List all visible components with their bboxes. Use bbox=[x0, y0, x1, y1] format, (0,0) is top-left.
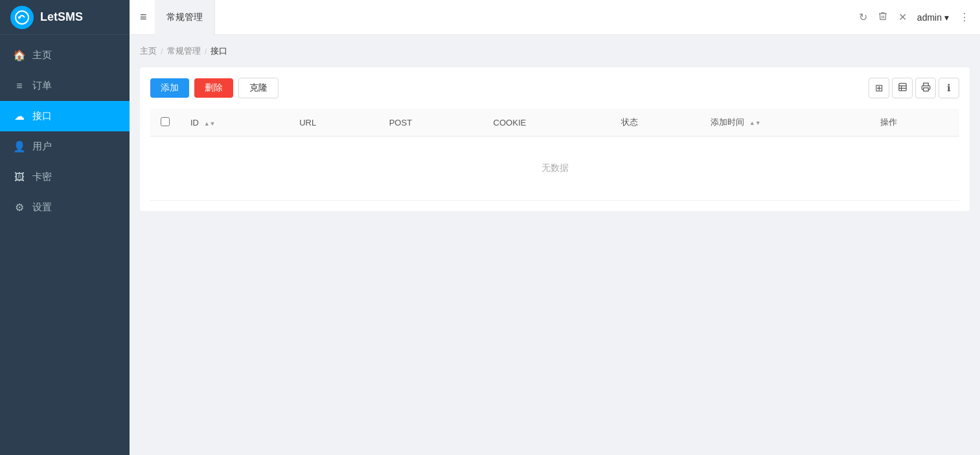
sidebar-item-label-home: 主页 bbox=[32, 49, 52, 61]
th-checkbox bbox=[150, 109, 180, 137]
sidebar-item-label-settings: 设置 bbox=[32, 201, 52, 214]
svg-rect-6 bbox=[923, 88, 928, 91]
sidebar-nav: 🏠 主页 ≡ 订单 ☁ 接口 👤 用户 🖼 卡密 ⚙ 设置 bbox=[0, 35, 130, 455]
logo-area: LetSMS bbox=[0, 0, 130, 35]
add-button[interactable]: 添加 bbox=[150, 78, 189, 98]
main-area: ≡ 常规管理 ↻ ✕ admin ▾ ⋮ 主页 bbox=[130, 0, 980, 455]
cardkey-icon: 🖼 bbox=[13, 172, 26, 183]
settings-icon: ⚙ bbox=[13, 201, 26, 214]
breadcrumb-sep-1: / bbox=[161, 47, 163, 56]
logo-icon bbox=[10, 6, 34, 29]
close-button[interactable]: ✕ bbox=[898, 11, 907, 23]
sidebar-item-users[interactable]: 👤 用户 bbox=[0, 131, 130, 162]
breadcrumb-regular-manage[interactable]: 常规管理 bbox=[167, 45, 201, 57]
info-icon: ℹ bbox=[947, 82, 951, 94]
admin-dropdown-icon: ▾ bbox=[944, 12, 949, 23]
addtime-sort-icon[interactable]: ▲▼ bbox=[749, 120, 761, 126]
breadcrumb-sep-2: / bbox=[205, 47, 207, 56]
topbar-tab-label: 常规管理 bbox=[166, 12, 203, 23]
toolbar-right-icons: ⊞ bbox=[869, 78, 959, 98]
sidebar-item-label-orders: 订单 bbox=[32, 80, 52, 92]
refresh-button[interactable]: ↻ bbox=[859, 11, 867, 23]
th-addtime: 添加时间 ▲▼ bbox=[700, 109, 869, 137]
users-icon: 👤 bbox=[13, 140, 26, 153]
topbar: ≡ 常规管理 ↻ ✕ admin ▾ ⋮ bbox=[130, 0, 980, 35]
data-table: ID ▲▼ URL POST COOKIE bbox=[150, 109, 959, 201]
sidebar-item-home[interactable]: 🏠 主页 bbox=[0, 40, 130, 71]
sidebar-item-interface[interactable]: ☁ 接口 bbox=[0, 101, 130, 131]
delete-button[interactable] bbox=[878, 11, 888, 24]
grid-view-button[interactable]: ⊞ bbox=[869, 78, 889, 98]
clone-button[interactable]: 克隆 bbox=[238, 78, 279, 98]
sidebar: LetSMS 🏠 主页 ≡ 订单 ☁ 接口 👤 用户 🖼 卡密 ⚙ 设置 bbox=[0, 0, 130, 455]
th-id: ID ▲▼ bbox=[180, 109, 289, 137]
sidebar-item-cardkey[interactable]: 🖼 卡密 bbox=[0, 162, 130, 192]
th-status: 状态 bbox=[611, 109, 700, 137]
breadcrumb: 主页 / 常规管理 / 接口 bbox=[140, 45, 970, 57]
export-icon bbox=[898, 82, 907, 94]
sidebar-item-settings[interactable]: ⚙ 设置 bbox=[0, 192, 130, 223]
id-sort-icon[interactable]: ▲▼ bbox=[204, 121, 216, 127]
admin-menu[interactable]: admin ▾ bbox=[917, 12, 949, 23]
content-area: 主页 / 常规管理 / 接口 添加 删除 克隆 ⊞ bbox=[130, 35, 980, 455]
sidebar-item-label-interface: 接口 bbox=[32, 110, 52, 122]
select-all-checkbox[interactable] bbox=[161, 117, 170, 126]
table-header: ID ▲▼ URL POST COOKIE bbox=[150, 109, 959, 137]
table-toolbar: 添加 删除 克隆 ⊞ bbox=[150, 78, 959, 98]
empty-row: 无数据 bbox=[150, 137, 959, 201]
admin-name: admin bbox=[917, 12, 942, 23]
sidebar-item-orders[interactable]: ≡ 订单 bbox=[0, 71, 130, 101]
main-panel: 添加 删除 克隆 ⊞ bbox=[140, 67, 970, 211]
svg-point-0 bbox=[16, 11, 28, 24]
print-icon bbox=[921, 82, 931, 94]
orders-icon: ≡ bbox=[13, 80, 26, 92]
data-table-wrap: ID ▲▼ URL POST COOKIE bbox=[150, 109, 959, 201]
no-data-cell: 无数据 bbox=[150, 137, 959, 201]
th-post: POST bbox=[379, 109, 483, 137]
interface-icon: ☁ bbox=[13, 110, 26, 122]
no-data-text: 无数据 bbox=[541, 162, 569, 173]
hamburger-button[interactable]: ≡ bbox=[140, 10, 147, 24]
breadcrumb-current: 接口 bbox=[211, 45, 227, 57]
th-action: 操作 bbox=[870, 109, 960, 137]
sidebar-item-label-users: 用户 bbox=[32, 140, 52, 153]
more-menu-button[interactable]: ⋮ bbox=[959, 11, 970, 23]
table-header-row: ID ▲▼ URL POST COOKIE bbox=[150, 109, 959, 137]
info-button[interactable]: ℹ bbox=[939, 78, 959, 98]
grid-icon: ⊞ bbox=[875, 82, 883, 94]
batch-delete-button[interactable]: 删除 bbox=[194, 78, 233, 98]
table-body: 无数据 bbox=[150, 137, 959, 201]
topbar-tab[interactable]: 常规管理 bbox=[155, 0, 215, 35]
sidebar-item-label-cardkey: 卡密 bbox=[32, 171, 52, 183]
th-url: URL bbox=[289, 109, 379, 137]
logo-text: LetSMS bbox=[40, 10, 83, 24]
svg-rect-2 bbox=[898, 83, 906, 91]
svg-point-1 bbox=[18, 16, 21, 19]
print-button[interactable] bbox=[915, 78, 936, 98]
breadcrumb-home[interactable]: 主页 bbox=[140, 45, 157, 57]
topbar-right: ↻ ✕ admin ▾ ⋮ bbox=[859, 11, 970, 24]
th-cookie: COOKIE bbox=[483, 109, 611, 137]
home-icon: 🏠 bbox=[13, 49, 26, 61]
export-button[interactable] bbox=[892, 78, 913, 98]
